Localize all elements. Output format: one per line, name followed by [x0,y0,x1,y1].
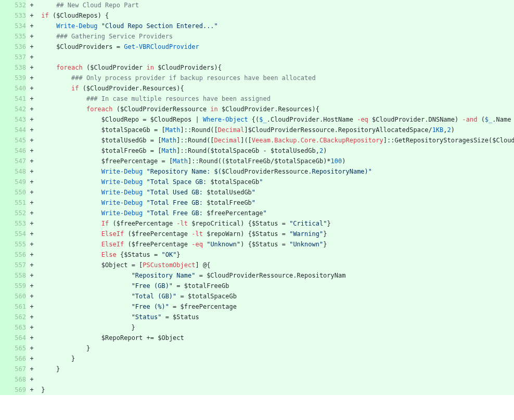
line-number[interactable]: 565 [0,343,26,353]
line-number[interactable]: 540 [0,83,26,94]
line-number[interactable]: 554 [0,229,26,239]
code-cell[interactable]: Else {$Status = "OK"} [37,250,514,260]
line-number[interactable]: 553 [0,218,26,229]
diff-row: 562+ "Status" = $Status [0,312,514,322]
line-number[interactable]: 549 [0,177,26,187]
line-number[interactable]: 537 [0,52,26,62]
code-cell[interactable]: } [37,343,514,353]
code-cell[interactable]: $freePercentage = [Math]::Round(($totalF… [37,156,514,166]
line-number[interactable]: 545 [0,135,26,146]
code-cell[interactable]: $totalFreeGb = [Math]::Round($totalSpace… [37,146,514,156]
code-cell[interactable]: foreach ($CloudProviderRessource in $Clo… [37,104,514,114]
code-cell[interactable]: Write-Debug "Total Free GB: $freePercent… [37,208,514,218]
code-cell[interactable]: ## New Cloud Repo Part [37,0,514,10]
code-cell[interactable]: foreach ($CloudProvider in $CloudProvide… [37,62,514,73]
line-number[interactable]: 532 [0,0,26,10]
diff-marker: + [26,62,37,73]
line-number[interactable]: 548 [0,166,26,177]
diff-marker: + [26,374,37,385]
code-token: $( [214,168,222,175]
code-cell[interactable]: Write-Debug "Cloud Repo Section Entered.… [37,21,514,31]
line-number[interactable]: 535 [0,31,26,42]
line-number[interactable]: 557 [0,260,26,270]
code-cell[interactable]: $RepoReport += $Object [37,333,514,343]
code-cell[interactable]: "Status" = $Status [37,312,514,322]
code-token: "Total Space GB: [147,178,211,186]
code-cell[interactable]: ### Gathering Service Providers [37,31,514,42]
line-number[interactable]: 564 [0,333,26,343]
code-token: = [ [147,137,162,144]
code-cell[interactable]: ElseIf ($freePercentage -eq "Unknown") {… [37,239,514,250]
line-number[interactable]: 560 [0,291,26,301]
line-number[interactable]: 541 [0,94,26,104]
code-token: $Status [124,251,150,258]
line-number[interactable]: 568 [0,374,26,385]
line-number[interactable]: 546 [0,146,26,156]
line-number[interactable]: 559 [0,281,26,291]
line-number[interactable]: 555 [0,239,26,250]
code-cell[interactable]: $Object = [PSCustomObject] @{ [37,260,514,270]
line-number[interactable]: 538 [0,62,26,73]
code-cell[interactable]: $CloudRepo = $CloudRepos | Where-Object … [37,114,514,125]
code-cell[interactable]: ### Only process provider if backup reso… [37,73,514,83]
line-number[interactable]: 552 [0,208,26,218]
line-number[interactable]: 562 [0,312,26,322]
line-number[interactable]: 533 [0,10,26,21]
code-token: ( [79,85,86,92]
line-number[interactable]: 551 [0,198,26,208]
line-number[interactable]: 536 [0,42,26,52]
code-cell[interactable]: "Total (GB)" = $totalSpaceGb [37,291,514,301]
line-number[interactable]: 547 [0,156,26,166]
line-number[interactable]: 550 [0,187,26,198]
diff-body: 532+ ## New Cloud Repo Part533+ if ($Clo… [0,0,514,395]
line-number[interactable]: 569 [0,385,26,395]
code-token [37,241,101,248]
code-cell[interactable]: Write-Debug "Total Space GB: $totalSpace… [37,177,514,187]
line-number[interactable]: 544 [0,125,26,135]
code-cell[interactable]: "Free (GB)" = $totalFreeGb [37,281,514,291]
code-cell[interactable]: "Free (%)" = $freePercentage [37,301,514,312]
line-number[interactable]: 534 [0,21,26,31]
line-number[interactable]: 563 [0,322,26,333]
code-cell[interactable]: $totalSpaceGb = [Math]::Round([Decimal]$… [37,125,514,135]
code-token: $CloudProviderRessource [120,106,207,113]
code-token: Write-Debug [101,189,143,196]
line-number[interactable]: 556 [0,250,26,260]
code-cell[interactable]: If ($freePercentage -lt $repoCritical) {… [37,218,514,229]
diff-row: 550+ Write-Debug "Total Used GB: $totalU… [0,187,514,198]
code-token: $Status [252,220,278,227]
code-token [37,178,101,186]
code-cell[interactable]: } [37,353,514,364]
line-number[interactable]: 561 [0,301,26,312]
code-cell[interactable]: $CloudProviders = Get-VBRCloudProvider [37,42,514,52]
code-cell[interactable]: $totalUsedGb = [Math]::Round([Decimal]([… [37,135,514,146]
diff-marker: + [26,270,37,281]
line-number[interactable]: 566 [0,353,26,364]
code-cell[interactable]: Write-Debug "Total Free GB: $totalFreeGb… [37,198,514,208]
line-number[interactable]: 558 [0,270,26,281]
code-cell[interactable]: ElseIf ($freePercentage -lt $repoWarn) {… [37,229,514,239]
code-token: Write-Debug [56,22,97,30]
code-cell[interactable]: "Repository Name" = $CloudProviderRessou… [37,270,514,281]
line-number[interactable]: 567 [0,364,26,374]
code-token: "Total (GB)" [132,293,177,300]
code-cell[interactable]: } [37,385,514,395]
diff-marker: + [26,135,37,146]
code-token: } [37,345,90,352]
code-token: PSCustomObject [143,261,195,269]
code-cell[interactable]: } [37,364,514,374]
line-number[interactable]: 542 [0,104,26,114]
code-token [37,43,56,50]
code-cell[interactable]: if ($CloudRepos) { [37,10,514,21]
diff-marker: + [26,364,37,374]
line-number[interactable]: 539 [0,73,26,83]
code-cell[interactable]: Write-Debug "Total Used GB: $totalUsedGb… [37,187,514,198]
code-cell[interactable]: } [37,322,514,333]
code-cell[interactable]: if ($CloudProvider.Resources){ [37,83,514,94]
code-cell[interactable] [37,52,514,62]
line-number[interactable]: 543 [0,114,26,125]
code-cell[interactable]: ### In case multiple resources have been… [37,94,514,104]
code-token: .Resources){ [139,85,184,92]
code-cell[interactable] [37,374,514,385]
code-cell[interactable]: Write-Debug "Repository Name: $($CloudPr… [37,166,514,177]
